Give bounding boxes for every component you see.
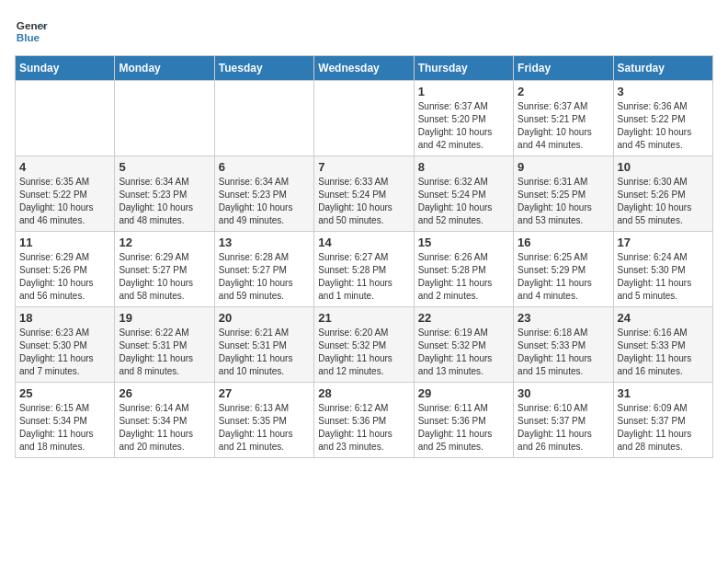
day-info: Sunrise: 6:15 AM Sunset: 5:34 PM Dayligh… [19,402,110,454]
week-row-4: 18Sunrise: 6:23 AM Sunset: 5:30 PM Dayli… [16,307,713,383]
calendar-cell [16,81,115,156]
week-row-3: 11Sunrise: 6:29 AM Sunset: 5:26 PM Dayli… [16,232,713,307]
weekday-header-saturday: Saturday [613,56,712,81]
day-number: 3 [618,85,709,98]
calendar-cell [314,81,414,156]
day-number: 21 [318,311,409,325]
calendar-cell: 10Sunrise: 6:30 AM Sunset: 5:26 PM Dayli… [613,156,712,232]
day-number: 20 [219,311,310,325]
calendar-cell: 29Sunrise: 6:11 AM Sunset: 5:36 PM Dayli… [414,383,513,458]
day-number: 19 [119,311,210,325]
day-info: Sunrise: 6:12 AM Sunset: 5:36 PM Dayligh… [318,402,409,454]
day-info: Sunrise: 6:31 AM Sunset: 5:25 PM Dayligh… [518,176,609,227]
day-info: Sunrise: 6:26 AM Sunset: 5:28 PM Dayligh… [418,251,509,303]
calendar-cell: 31Sunrise: 6:09 AM Sunset: 5:37 PM Dayli… [613,383,712,458]
day-info: Sunrise: 6:35 AM Sunset: 5:22 PM Dayligh… [19,176,110,227]
day-number: 11 [19,236,110,249]
calendar-cell: 27Sunrise: 6:13 AM Sunset: 5:35 PM Dayli… [214,383,313,458]
day-number: 30 [518,386,609,400]
day-number: 23 [518,311,609,325]
day-number: 7 [318,160,409,174]
day-number: 18 [19,311,110,325]
day-number: 22 [418,311,509,325]
week-row-2: 4Sunrise: 6:35 AM Sunset: 5:22 PM Daylig… [16,156,713,232]
calendar-cell: 8Sunrise: 6:32 AM Sunset: 5:24 PM Daylig… [414,156,513,232]
day-number: 26 [119,386,210,400]
calendar-cell [214,81,313,156]
weekday-header-thursday: Thursday [414,56,513,81]
day-info: Sunrise: 6:27 AM Sunset: 5:28 PM Dayligh… [318,251,409,303]
day-info: Sunrise: 6:09 AM Sunset: 5:37 PM Dayligh… [618,402,709,454]
day-number: 29 [418,386,509,400]
day-info: Sunrise: 6:18 AM Sunset: 5:33 PM Dayligh… [518,327,609,378]
calendar-header: SundayMondayTuesdayWednesdayThursdayFrid… [16,56,713,81]
day-number: 2 [518,85,609,98]
day-info: Sunrise: 6:29 AM Sunset: 5:26 PM Dayligh… [19,251,110,303]
svg-text:Blue: Blue [17,31,40,43]
calendar-cell: 22Sunrise: 6:19 AM Sunset: 5:32 PM Dayli… [414,307,513,383]
day-info: Sunrise: 6:36 AM Sunset: 5:22 PM Dayligh… [618,100,709,152]
calendar-cell: 15Sunrise: 6:26 AM Sunset: 5:28 PM Dayli… [414,232,513,307]
weekday-header-friday: Friday [514,56,613,81]
calendar-table: SundayMondayTuesdayWednesdayThursdayFrid… [15,55,713,458]
calendar-cell: 11Sunrise: 6:29 AM Sunset: 5:26 PM Dayli… [16,232,115,307]
day-number: 16 [518,236,609,249]
day-number: 15 [418,236,509,249]
day-number: 24 [618,311,709,325]
day-info: Sunrise: 6:28 AM Sunset: 5:27 PM Dayligh… [219,251,310,303]
day-info: Sunrise: 6:13 AM Sunset: 5:35 PM Dayligh… [219,402,310,454]
calendar-cell: 7Sunrise: 6:33 AM Sunset: 5:24 PM Daylig… [314,156,414,232]
day-number: 25 [19,386,110,400]
day-info: Sunrise: 6:11 AM Sunset: 5:36 PM Dayligh… [418,402,509,454]
day-info: Sunrise: 6:32 AM Sunset: 5:24 PM Dayligh… [418,176,509,227]
day-info: Sunrise: 6:20 AM Sunset: 5:32 PM Dayligh… [318,327,409,378]
day-number: 17 [618,236,709,249]
calendar-cell: 20Sunrise: 6:21 AM Sunset: 5:31 PM Dayli… [214,307,313,383]
day-info: Sunrise: 6:30 AM Sunset: 5:26 PM Dayligh… [618,176,709,227]
svg-text:General: General [17,19,48,31]
calendar-cell: 9Sunrise: 6:31 AM Sunset: 5:25 PM Daylig… [514,156,613,232]
day-info: Sunrise: 6:25 AM Sunset: 5:29 PM Dayligh… [518,251,609,303]
calendar-cell [115,81,214,156]
day-info: Sunrise: 6:37 AM Sunset: 5:20 PM Dayligh… [418,100,509,152]
calendar-body: 1Sunrise: 6:37 AM Sunset: 5:20 PM Daylig… [16,81,713,458]
calendar-cell: 17Sunrise: 6:24 AM Sunset: 5:30 PM Dayli… [613,232,712,307]
day-info: Sunrise: 6:37 AM Sunset: 5:21 PM Dayligh… [518,100,609,152]
day-number: 8 [418,160,509,174]
day-number: 27 [219,386,310,400]
day-info: Sunrise: 6:16 AM Sunset: 5:33 PM Dayligh… [618,327,709,378]
calendar-cell: 28Sunrise: 6:12 AM Sunset: 5:36 PM Dayli… [314,383,414,458]
day-number: 12 [119,236,210,249]
day-info: Sunrise: 6:22 AM Sunset: 5:31 PM Dayligh… [119,327,210,378]
day-number: 31 [618,386,709,400]
calendar-cell: 18Sunrise: 6:23 AM Sunset: 5:30 PM Dayli… [16,307,115,383]
calendar-cell: 1Sunrise: 6:37 AM Sunset: 5:20 PM Daylig… [414,81,513,156]
calendar-cell: 25Sunrise: 6:15 AM Sunset: 5:34 PM Dayli… [16,383,115,458]
week-row-1: 1Sunrise: 6:37 AM Sunset: 5:20 PM Daylig… [16,81,713,156]
day-number: 13 [219,236,310,249]
calendar-cell: 24Sunrise: 6:16 AM Sunset: 5:33 PM Dayli… [613,307,712,383]
calendar-cell: 12Sunrise: 6:29 AM Sunset: 5:27 PM Dayli… [115,232,214,307]
weekday-row: SundayMondayTuesdayWednesdayThursdayFrid… [16,56,713,81]
day-info: Sunrise: 6:33 AM Sunset: 5:24 PM Dayligh… [318,176,409,227]
calendar-cell: 3Sunrise: 6:36 AM Sunset: 5:22 PM Daylig… [613,81,712,156]
day-number: 9 [518,160,609,174]
calendar-cell: 30Sunrise: 6:10 AM Sunset: 5:37 PM Dayli… [514,383,613,458]
day-number: 14 [318,236,409,249]
day-info: Sunrise: 6:19 AM Sunset: 5:32 PM Dayligh… [418,327,509,378]
calendar-cell: 21Sunrise: 6:20 AM Sunset: 5:32 PM Dayli… [314,307,414,383]
day-info: Sunrise: 6:24 AM Sunset: 5:30 PM Dayligh… [618,251,709,303]
header: General Blue [15,15,713,48]
week-row-5: 25Sunrise: 6:15 AM Sunset: 5:34 PM Dayli… [16,383,713,458]
day-info: Sunrise: 6:34 AM Sunset: 5:23 PM Dayligh… [119,176,210,227]
logo-icon: General Blue [15,15,48,48]
day-number: 1 [418,85,509,98]
calendar-cell: 23Sunrise: 6:18 AM Sunset: 5:33 PM Dayli… [514,307,613,383]
calendar-cell: 6Sunrise: 6:34 AM Sunset: 5:23 PM Daylig… [214,156,313,232]
day-number: 28 [318,386,409,400]
day-info: Sunrise: 6:10 AM Sunset: 5:37 PM Dayligh… [518,402,609,454]
day-number: 6 [219,160,310,174]
weekday-header-tuesday: Tuesday [214,56,313,81]
day-number: 10 [618,160,709,174]
day-info: Sunrise: 6:14 AM Sunset: 5:34 PM Dayligh… [119,402,210,454]
